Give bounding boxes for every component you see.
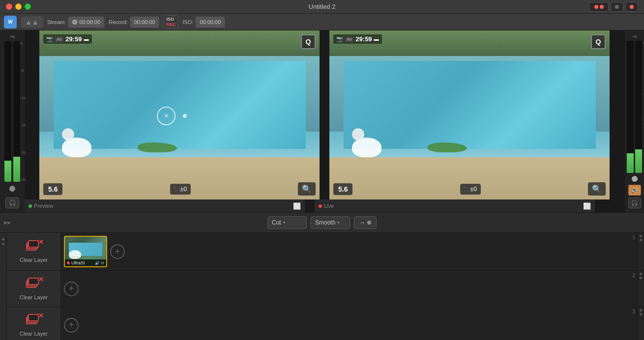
layer-2-add-button[interactable]: + [64,282,79,296]
live-monitor-icon[interactable]: ⬜ [583,202,591,210]
iso-line1: ISO [166,17,176,22]
right-speaker-button[interactable]: 🔊 [628,185,641,196]
window-title: Untitled 2 [309,3,336,10]
stream-timer-button[interactable]: 00:00:00 [68,16,105,28]
window-indicator-gray[interactable] [611,2,623,12]
record-timer-button[interactable]: 00:00:00 [130,16,160,28]
minimize-button[interactable] [15,3,22,10]
window-controls-right [589,2,638,12]
expand-left-icon[interactable]: ▶▶ [4,220,11,225]
layer-1-thumb-label: UltraSt 🔊 ⚙ [65,259,106,266]
toolbar: W ▲▲ Stream: 00:00:00 Record: 00:00:00 I… [0,14,644,30]
vu-fill-left [4,161,11,182]
right-vu-bars: 0 -6 -12 -18 -24 -36 [627,41,642,173]
live-float-snoopy [352,138,381,157]
right-vu-plus6: +6 [632,34,637,39]
record-label: Record: [109,19,128,25]
live-scene: 📷 AV 29:59 ▬ Q 5.6 ⬛ [329,30,610,199]
live-float-head [352,128,364,141]
layer-2-clear-label: Clear Layer [20,294,48,300]
go-dot [367,221,371,225]
iso-time: 00:00:00 [200,19,221,25]
stream-record-icon [72,20,77,25]
live-aperture: 5.6 [333,183,352,195]
live-zoom-button[interactable]: 🔍 [588,182,606,196]
iso-rec-button[interactable]: ISO REC [163,15,178,29]
layer-2-clear-button[interactable]: ✕ Clear Layer [7,271,61,307]
layer-2-dot-2 [640,277,642,279]
iso-line2: REC [166,22,176,28]
iso-label: ISO: [182,19,193,25]
window-indicator-green[interactable] [589,2,609,12]
stream-time: 00:00:00 [79,19,100,25]
left-vu-meter: +6 0 -6 -12 -18 -24 -36 🎧 [0,30,25,212]
layers-expand-down-icon[interactable]: ▼ [1,242,5,247]
layer-3-clear-button[interactable]: ✕ Clear Layer [7,307,61,340]
cut-dropdown[interactable]: Cut ▾ [267,216,307,229]
live-timer: 29:59 [355,35,372,43]
maximize-button[interactable] [25,3,31,10]
preview-overlay-top: 📷 AV 29:59 ▬ Q [43,34,316,49]
panel-label-bars: Preview ⬜ Live ⬜ [25,199,624,212]
right-headphone-button[interactable]: 🎧 [628,198,641,208]
live-q-button[interactable]: Q [591,34,606,49]
layers-content: ✕ Clear Layer UltraSt 🔊 [7,233,644,340]
wirecast-logo: W [4,16,17,28]
layer-2-row: ✕ Clear Layer + 2 [7,271,644,307]
layers-area: ▲ ▼ ✕ Clear Layer [0,233,644,340]
layer-2-dot-1 [640,273,642,275]
stream-wifi-button[interactable]: ▲▲ [21,16,43,28]
layer-3-clear-label: Clear Layer [20,331,48,337]
title-bar: Untitled 2 [0,0,644,14]
preview-battery-icon: ▬ [84,36,89,42]
layer-1-dot-1 [640,235,642,237]
right-vu-knob[interactable] [632,176,638,182]
layer-1-clear-button[interactable]: ✕ Clear Layer [7,233,61,270]
label-gap [305,199,315,212]
preview-panels: 📷 AV 29:59 ▬ Q × [25,30,624,212]
window-indicator-red[interactable] [625,2,638,12]
layer-1-thumb-ultrast[interactable]: UltraSt 🔊 ⚙ [64,236,107,267]
live-exposure: ⬛ ±0 [460,184,481,195]
preview-zoom-button[interactable]: 🔍 [298,182,316,196]
live-top-left-info: 📷 AV 29:59 ▬ [333,34,382,44]
preview-cam-icon: 📷 [46,36,53,42]
layer-1-number: 1 [632,235,635,240]
record-section: Record: 00:00:00 [109,16,159,28]
preview-aperture: 5.6 [43,183,62,195]
right-vu-bar-l [627,41,634,173]
layer-2-right-controls [637,271,644,307]
layer-1-add-button[interactable]: + [110,244,125,259]
expand-left: ▶▶ [4,220,11,225]
layer-1-row: ✕ Clear Layer UltraSt 🔊 [7,233,644,271]
layers-expand-left: ▲ ▼ [0,233,7,340]
layer-3-right-controls [637,307,644,340]
thumb-gear-icon[interactable]: ⚙ [101,261,104,265]
preview-float-head [62,128,74,141]
layers-expand-up-icon[interactable]: ▲ [1,237,5,241]
layer-2-stack-icon: ✕ [26,278,42,291]
close-button[interactable] [6,3,12,10]
live-av-badge: AV [345,36,353,42]
live-pool-water [344,61,596,149]
layer-1-clear-label: Clear Layer [20,257,48,263]
preview-q-button[interactable]: Q [301,34,316,49]
cut-chevron: ▾ [283,220,286,225]
layer-3-add-button[interactable]: + [64,318,79,333]
video-panels-row: 📷 AV 29:59 ▬ Q × [25,30,624,199]
layer-1-dot-2 [640,239,642,241]
left-vu-plus6: +6 [10,34,15,39]
layer-3-dot-1 [640,309,642,312]
preview-float-snoopy [62,138,91,157]
preview-video-panel: 📷 AV 29:59 ▬ Q × [39,30,320,199]
live-video-panel: 📷 AV 29:59 ▬ Q 5.6 ⬛ [329,30,610,199]
preview-pool-water [54,61,306,149]
smooth-dropdown[interactable]: Smooth ▾ [311,216,350,229]
main-area: +6 0 -6 -12 -18 -24 -36 🎧 [0,30,644,212]
left-headphone-button[interactable]: 🎧 [5,198,19,208]
iso-timer-button[interactable]: 00:00:00 [195,16,225,28]
preview-monitor-icon[interactable]: ⬜ [293,202,301,210]
go-button[interactable]: → [354,216,377,229]
left-vu-knob[interactable] [9,186,15,192]
preview-label-text: Preview [34,203,53,209]
